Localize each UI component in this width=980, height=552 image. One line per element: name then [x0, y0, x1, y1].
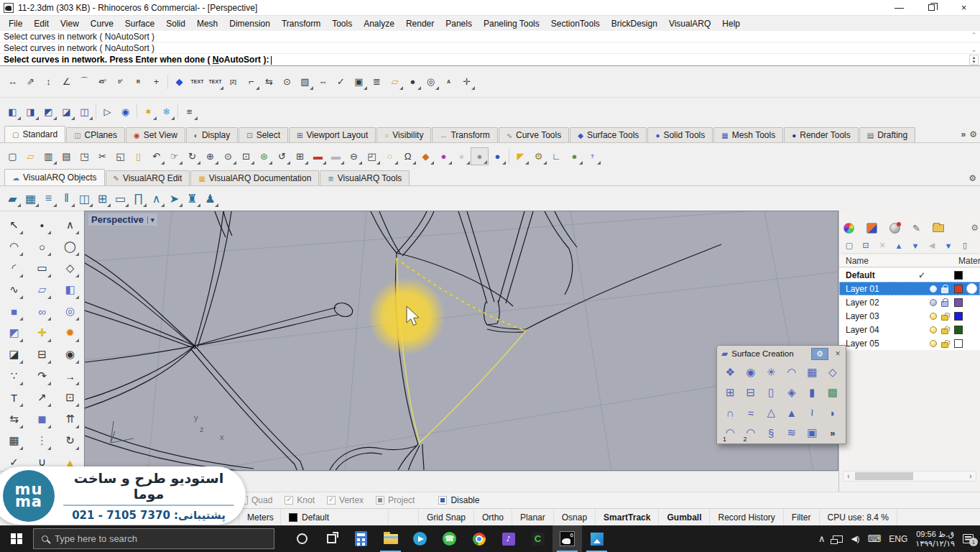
layer-lock-icon[interactable]: [941, 301, 948, 307]
plus-icon[interactable]: +: [147, 73, 165, 91]
surface-creation-palette[interactable]: ▰ Surface Creation ⚙ × ❖◉✳◠▦◇⊞⊟▯◈▮▩∩≈△▲≀…: [716, 345, 846, 444]
tab-drafting[interactable]: ▤Drafting: [859, 127, 915, 142]
display-mode-icon[interactable]: ●: [435, 147, 453, 165]
layout-icon[interactable]: ◰: [363, 147, 381, 165]
checkbox-icon[interactable]: [376, 496, 384, 505]
separator[interactable]: [93, 103, 98, 121]
subobject-icon[interactable]: ▷: [98, 103, 116, 121]
paste-icon[interactable]: ▯: [129, 147, 147, 165]
tab-standard[interactable]: ▢Standard: [4, 126, 65, 142]
menu-item[interactable]: BrickDesign: [606, 17, 663, 30]
layer-color-swatch[interactable]: [954, 271, 963, 280]
render-panel-tab-icon[interactable]: [889, 223, 900, 234]
separator[interactable]: [507, 147, 512, 165]
menu-item[interactable]: Panels: [440, 17, 478, 30]
status-toggle[interactable]: Gumball: [659, 509, 710, 525]
menu-item[interactable]: Tools: [326, 17, 358, 30]
move-left-icon[interactable]: ◀: [925, 239, 939, 252]
delete-layer-icon[interactable]: ✕: [875, 239, 889, 252]
arc-icon[interactable]: ◜: [4, 259, 24, 278]
viewport-dropdown-icon[interactable]: ▾: [147, 216, 154, 224]
layer-lock-icon[interactable]: [941, 315, 948, 321]
palette-close-button[interactable]: ×: [832, 348, 843, 359]
notification-icon[interactable]: 1: [963, 534, 974, 543]
angle-0-icon[interactable]: 0°: [111, 73, 129, 91]
viewport-name[interactable]: Perspective: [91, 214, 144, 225]
start-button[interactable]: [0, 525, 33, 552]
tab-visualarq-edit[interactable]: ✎VisualARQ Edit: [106, 170, 190, 185]
raytrace-sphere-icon[interactable]: ●: [489, 147, 507, 165]
snowflake-box-icon[interactable]: ❄: [157, 103, 175, 121]
array-polar-icon[interactable]: ↻: [60, 431, 80, 451]
layer-name[interactable]: Layer 01: [839, 284, 914, 294]
osnap-toggle[interactable]: Project: [376, 495, 415, 505]
srf-rail-icon[interactable]: ✳: [761, 362, 782, 382]
layer-color-swatch[interactable]: [954, 298, 963, 307]
tab-surface-tools[interactable]: ◆Surface Tools: [570, 127, 647, 142]
ellipse-icon[interactable]: ◯: [60, 237, 80, 257]
zoom-window-icon[interactable]: ⊡: [237, 147, 255, 165]
visualarq-shield-icon[interactable]: ◆: [417, 147, 435, 165]
solid-box-icon[interactable]: ◼: [32, 410, 52, 429]
layer-color-swatch[interactable]: [954, 326, 963, 334]
furniture-icon[interactable]: ♜: [183, 190, 201, 208]
menu-item[interactable]: Solid: [160, 17, 191, 30]
roof-icon[interactable]: ∧: [147, 190, 165, 208]
copy-icon[interactable]: ◱: [111, 147, 129, 165]
dim-chain-icon[interactable]: ⇆: [260, 73, 278, 91]
taskbar-purple-app[interactable]: ♪: [494, 525, 523, 552]
layer-visibility-bulb-icon[interactable]: [930, 313, 937, 320]
open-file-icon[interactable]: ▱: [22, 147, 40, 165]
taskbar-calculator[interactable]: [346, 525, 376, 552]
network-icon[interactable]: [833, 535, 843, 543]
tab-display[interactable]: ◐Display: [186, 127, 238, 142]
move-up-icon[interactable]: ▲: [892, 239, 906, 252]
taskbar-cortana[interactable]: [287, 525, 317, 552]
surface-edit-icon[interactable]: ◧: [4, 103, 22, 121]
picture-frame-icon[interactable]: ▩: [823, 382, 843, 402]
srf-twist-icon[interactable]: ◇: [823, 362, 843, 382]
layer-lock-icon[interactable]: [941, 328, 948, 334]
taskbar-rhino[interactable]: 6: [553, 525, 582, 552]
cut-icon[interactable]: ✂: [93, 147, 111, 165]
rendered-sphere-icon[interactable]: ●: [471, 147, 489, 165]
settings-gear-icon[interactable]: ⚙: [530, 147, 547, 165]
extend-curve-icon[interactable]: →: [60, 367, 80, 386]
plane-vertical-icon[interactable]: ▯: [761, 382, 782, 402]
lock-icon[interactable]: Ω: [399, 147, 417, 165]
undo-view-icon[interactable]: ↺: [273, 147, 291, 165]
curtain-wall-icon[interactable]: ▦: [22, 190, 40, 208]
srf-corner-points-icon[interactable]: ❖: [720, 362, 741, 382]
menu-item[interactable]: Help: [716, 17, 746, 30]
tab-visualarq-tools[interactable]: ≣VisualARQ Tools: [320, 170, 410, 185]
more-tools-button[interactable]: »: [823, 423, 843, 443]
command-scrollbar[interactable]: ⌃⌄: [969, 32, 979, 53]
minimize-button[interactable]: —: [883, 0, 915, 15]
scroll-up-icon[interactable]: ⌃: [971, 32, 977, 39]
freeform-curve-icon[interactable]: ∿: [4, 280, 24, 300]
layer-color-swatch[interactable]: [954, 285, 963, 293]
trim-icon[interactable]: ◪: [4, 345, 24, 364]
dim-vertical-icon[interactable]: ↕: [40, 73, 57, 91]
plane-3pt-icon[interactable]: ⊞: [720, 382, 741, 402]
text-edit-icon[interactable]: TEXT: [206, 73, 224, 91]
properties-panel-tab-icon[interactable]: ✎: [912, 223, 920, 234]
menu-item[interactable]: Analyze: [358, 17, 400, 30]
separator[interactable]: [165, 73, 170, 91]
extrude-dome-icon[interactable]: ∩: [720, 402, 741, 423]
folder-open-icon[interactable]: ▱: [386, 73, 404, 91]
close-button[interactable]: ×: [948, 0, 980, 15]
taskbar-clock[interactable]: 09:56 ق.ظ ۱۳۹۹/۱۲/۱۹: [915, 530, 955, 548]
layer-row[interactable]: Layer 03: [839, 309, 980, 323]
sphere-icon[interactable]: ∞: [32, 302, 52, 321]
menu-item[interactable]: View: [55, 17, 85, 30]
dim-diameter-icon[interactable]: ⊙: [278, 73, 296, 91]
separator[interactable]: [175, 103, 180, 121]
shaded-sphere-icon[interactable]: ●: [453, 147, 471, 165]
osnap-toggle[interactable]: Disable: [438, 495, 479, 505]
cone-flag-icon[interactable]: ◤: [512, 147, 530, 165]
move-down-icon[interactable]: ▼: [908, 239, 923, 252]
visualarq-panel-tab-icon[interactable]: [866, 223, 877, 234]
fillet-curve-icon[interactable]: ↷: [32, 367, 52, 386]
layers-horizontal-scrollbar[interactable]: ‹ ›: [843, 471, 976, 482]
